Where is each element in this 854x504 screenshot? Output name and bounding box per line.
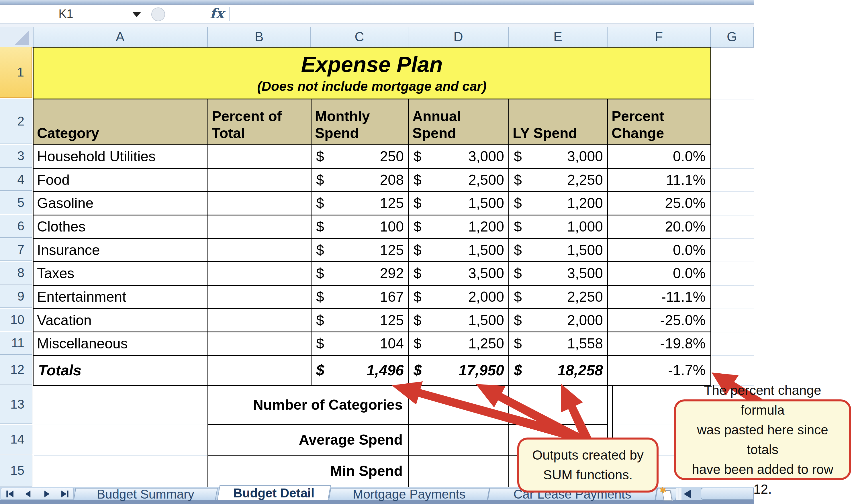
- row-header-1[interactable]: 1: [0, 47, 32, 98]
- cell-category-row8[interactable]: Taxes: [33, 262, 208, 285]
- row-header-9[interactable]: 9: [0, 285, 32, 308]
- cell-ly-row11[interactable]: $1,558: [509, 332, 607, 355]
- cell-monthly-row9[interactable]: $167: [311, 285, 408, 309]
- row-header-6[interactable]: 6: [0, 215, 32, 238]
- row-header-11[interactable]: 11: [0, 332, 32, 355]
- cell-ly-row9[interactable]: $2,250: [509, 285, 607, 309]
- cell-annual-row3[interactable]: $3,000: [408, 145, 509, 168]
- name-box[interactable]: K1: [0, 4, 145, 23]
- cell-category-row5[interactable]: Gasoline: [33, 192, 208, 215]
- cell-ly-row7[interactable]: $1,500: [509, 238, 607, 262]
- cell-category-row9[interactable]: Entertainment: [33, 285, 208, 309]
- cell-summary-e-row13[interactable]: [509, 385, 607, 425]
- cell-change-row7[interactable]: 0.0%: [607, 238, 711, 262]
- first-sheet-icon[interactable]: [4, 488, 16, 500]
- cell-category-row10[interactable]: Vacation: [33, 309, 208, 332]
- cell-annual-row6[interactable]: $1,200: [408, 215, 509, 238]
- cell-percent-of-total-row9[interactable]: [208, 285, 311, 309]
- column-header-F[interactable]: F: [607, 27, 711, 47]
- row-header-2[interactable]: 2: [0, 99, 32, 144]
- cell-monthly-row8[interactable]: $292: [311, 262, 408, 285]
- row-header-8[interactable]: 8: [0, 262, 32, 285]
- cell-change-row4[interactable]: 11.1%: [607, 168, 711, 192]
- chevron-down-icon[interactable]: [132, 12, 141, 17]
- row-header-10[interactable]: 10: [0, 309, 32, 331]
- cell-ly-row6[interactable]: $1,000: [509, 215, 607, 238]
- cell-ly-row8[interactable]: $3,500: [509, 262, 607, 285]
- cell-annual-row8[interactable]: $3,500: [408, 262, 509, 285]
- cell-change-row6[interactable]: 20.0%: [607, 215, 711, 238]
- cell-totals-percent-of-total[interactable]: [208, 355, 311, 385]
- cell-change-row3[interactable]: 0.0%: [607, 145, 711, 168]
- row-header-14[interactable]: 14: [0, 425, 32, 454]
- cell-percent-of-total-row7[interactable]: [208, 238, 311, 262]
- cell-summary-d-row13[interactable]: [408, 385, 509, 425]
- row-header-12[interactable]: 12: [0, 355, 32, 384]
- cell-category-row11[interactable]: Miscellaneous: [33, 332, 208, 355]
- cell-change-row9[interactable]: -11.1%: [607, 285, 711, 309]
- row-header-5[interactable]: 5: [0, 192, 32, 214]
- cell-monthly-row4[interactable]: $208: [311, 168, 408, 192]
- insert-worksheet-tab[interactable]: ✱: [655, 488, 678, 500]
- cell-category-row7[interactable]: Insurance: [33, 238, 208, 262]
- cell-category-row6[interactable]: Clothes: [33, 215, 208, 238]
- cell-change-row10[interactable]: -25.0%: [607, 309, 711, 332]
- cell-annual-row5[interactable]: $1,500: [408, 192, 509, 215]
- cell-percent-of-total-row11[interactable]: [208, 332, 311, 355]
- header-cell-monthly-spend[interactable]: Monthly Spend: [311, 99, 408, 145]
- cell-percent-of-total-row4[interactable]: [208, 168, 311, 192]
- cell-percent-of-total-row8[interactable]: [208, 262, 311, 285]
- cell-category-row3[interactable]: Household Utilities: [33, 145, 208, 168]
- next-sheet-icon[interactable]: [41, 488, 52, 500]
- header-cell-category[interactable]: Category: [33, 99, 208, 145]
- cell-monthly-row6[interactable]: $100: [311, 215, 408, 238]
- cell-annual-row9[interactable]: $2,000: [408, 285, 509, 309]
- cell-ly-row3[interactable]: $3,000: [509, 145, 607, 168]
- cell-annual-row10[interactable]: $1,500: [408, 309, 509, 332]
- row-header-7[interactable]: 7: [0, 238, 32, 261]
- cell-title-A1-F1[interactable]: Expense Plan(Does not include mortgage a…: [33, 47, 711, 99]
- header-cell-percent-of-total[interactable]: Percent of Total: [208, 99, 311, 145]
- cell-ly-row10[interactable]: $2,000: [509, 309, 607, 332]
- cell-monthly-row11[interactable]: $104: [311, 332, 408, 355]
- cell-annual-row7[interactable]: $1,500: [408, 238, 509, 262]
- cell-totals-monthly[interactable]: $1,496: [311, 355, 408, 385]
- cell-percent-of-total-row10[interactable]: [208, 309, 311, 332]
- cell-ly-row4[interactable]: $2,250: [509, 168, 607, 192]
- cell-percent-of-total-row5[interactable]: [208, 192, 311, 215]
- cell-summary-label-row14[interactable]: Average Spend: [208, 425, 408, 455]
- cell-change-row8[interactable]: 0.0%: [607, 262, 711, 285]
- cell-annual-row4[interactable]: $2,500: [408, 168, 509, 192]
- cell-monthly-row5[interactable]: $125: [311, 192, 408, 215]
- row-header-4[interactable]: 4: [0, 168, 32, 191]
- cell-totals-ly[interactable]: $18,258: [509, 355, 607, 385]
- cell-summary-label-row15[interactable]: Min Spend: [208, 455, 408, 487]
- function-icon[interactable]: fx: [204, 4, 230, 23]
- header-cell-percent-change[interactable]: Percent Change: [607, 99, 711, 145]
- column-header-D[interactable]: D: [408, 27, 509, 47]
- last-sheet-icon[interactable]: [59, 488, 70, 500]
- sheet-tab-mortgage-payments[interactable]: Mortgage Payments: [328, 488, 490, 500]
- cell-change-row5[interactable]: 25.0%: [607, 192, 711, 215]
- row-header-15[interactable]: 15: [0, 455, 32, 487]
- previous-sheet-icon[interactable]: [23, 488, 34, 500]
- column-header-G[interactable]: G: [711, 27, 754, 47]
- row-header-3[interactable]: 3: [0, 145, 32, 168]
- cell-percent-of-total-row3[interactable]: [208, 145, 311, 168]
- cell-summary-d-row15[interactable]: [408, 455, 509, 487]
- cell-monthly-row10[interactable]: $125: [311, 309, 408, 332]
- cell-percent-of-total-row6[interactable]: [208, 215, 311, 238]
- sheet-tab-budget-detail[interactable]: Budget Detail: [217, 485, 331, 500]
- cell-change-row11[interactable]: -19.8%: [607, 332, 711, 355]
- cell-monthly-row3[interactable]: $250: [311, 145, 408, 168]
- cell-summary-label-row13[interactable]: Number of Categories: [208, 385, 408, 425]
- column-header-C[interactable]: C: [311, 27, 408, 47]
- header-cell-ly-spend[interactable]: LY Spend: [509, 99, 607, 145]
- cell-totals-label[interactable]: Totals: [33, 355, 208, 385]
- header-cell-annual-spend[interactable]: Annual Spend: [408, 99, 509, 145]
- cell-monthly-row7[interactable]: $125: [311, 238, 408, 262]
- cell-summary-d-row14[interactable]: [408, 425, 509, 455]
- column-header-A[interactable]: A: [33, 27, 208, 47]
- cell-annual-row11[interactable]: $1,250: [408, 332, 509, 355]
- column-header-B[interactable]: B: [208, 27, 311, 47]
